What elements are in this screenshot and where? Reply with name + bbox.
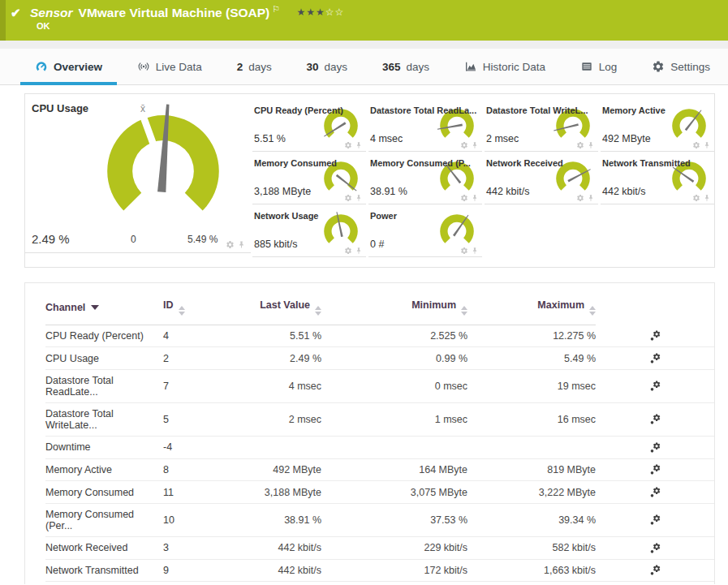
channel-settings-icon[interactable] bbox=[649, 414, 661, 425]
mini-gauge-value: 492 MByte bbox=[602, 133, 651, 144]
star-filled-icon[interactable]: ★ bbox=[316, 6, 325, 18]
gear-icon[interactable] bbox=[344, 141, 352, 149]
tab-label: Settings bbox=[670, 61, 710, 73]
star-empty-icon[interactable]: ☆ bbox=[325, 6, 335, 18]
cell-id: 5 bbox=[163, 402, 196, 436]
gear-icon[interactable] bbox=[576, 194, 584, 202]
table-row[interactable]: Datastore Total WriteLate... 5 2 msec 1 … bbox=[45, 402, 714, 436]
tab-days[interactable]: 2 days bbox=[222, 49, 286, 84]
mini-gauge-value: 885 kbit/s bbox=[254, 239, 298, 250]
tab-settings[interactable]: Settings bbox=[637, 49, 725, 84]
gear-icon[interactable] bbox=[226, 240, 235, 249]
main-gauge-tile: CPU Usage x̄ 2.49 % 0 5.49 % bbox=[25, 94, 251, 253]
table-row[interactable]: CPU Usage 2 2.49 % 0.99 % 5.49 % bbox=[45, 347, 714, 370]
cell-minimum bbox=[321, 436, 467, 458]
channel-settings-icon[interactable] bbox=[649, 514, 661, 526]
cell-maximum: 19 msec bbox=[467, 369, 596, 402]
table-row[interactable]: Network Transmitted 9 442 kbit/s 172 kbi… bbox=[45, 559, 714, 582]
star-filled-icon[interactable]: ★ bbox=[296, 6, 306, 18]
mini-gauge-tile: Network Usage 885 kbit/s bbox=[252, 204, 366, 257]
cell-minimum: 1 msec bbox=[321, 402, 467, 436]
cell-maximum: 39.34 % bbox=[467, 504, 596, 537]
cell-minimum: 0.99 % bbox=[321, 347, 467, 370]
cell-last-value: 3,188 MByte bbox=[196, 481, 321, 504]
cell-maximum: 819 MByte bbox=[467, 458, 596, 481]
channel-settings-icon[interactable] bbox=[649, 330, 661, 342]
channel-settings-icon[interactable] bbox=[649, 353, 661, 364]
pin-icon[interactable] bbox=[237, 240, 246, 249]
tab-log[interactable]: Log bbox=[566, 49, 632, 84]
gauge-icon bbox=[35, 60, 48, 73]
mini-gauge-label: Datastore Total WriteL... bbox=[486, 105, 588, 115]
gear-icon[interactable] bbox=[576, 141, 584, 149]
gear-icon[interactable] bbox=[460, 247, 468, 255]
cell-id: 10 bbox=[163, 504, 196, 537]
star-filled-icon[interactable]: ★ bbox=[306, 6, 316, 18]
tab-overview[interactable]: Overview bbox=[20, 49, 117, 84]
table-row[interactable]: Memory Active 8 492 MByte 164 MByte 819 … bbox=[45, 458, 714, 481]
pin-icon[interactable] bbox=[703, 194, 711, 202]
header-divider bbox=[0, 41, 728, 49]
tab-days[interactable]: 365 days bbox=[368, 49, 444, 84]
mini-gauge bbox=[436, 209, 478, 251]
average-marker: x̄ bbox=[140, 103, 145, 114]
mini-gauge-label: Power bbox=[370, 211, 397, 221]
gear-icon[interactable] bbox=[460, 194, 468, 202]
column-header-maximum[interactable]: Maximum bbox=[467, 291, 596, 325]
pin-icon[interactable] bbox=[703, 141, 711, 149]
gear-icon[interactable] bbox=[460, 141, 468, 149]
pin-icon[interactable] bbox=[587, 141, 595, 149]
cell-id: 9 bbox=[163, 559, 196, 582]
mini-gauge-tile: Network Transmitted 442 kbit/s bbox=[601, 152, 714, 204]
mini-gauge-grid: CPU Ready (Percent) 5.51 % Datastore Tot… bbox=[252, 99, 714, 257]
table-row[interactable]: Network Usage 6 885 kbit/s 401 kbit/s 2,… bbox=[45, 582, 714, 584]
sort-toggle-icon bbox=[315, 306, 321, 316]
pin-icon[interactable] bbox=[471, 194, 479, 202]
cell-channel: CPU Ready (Percent) bbox=[45, 325, 163, 347]
tab-days[interactable]: 30 days bbox=[292, 49, 363, 84]
gear-icon[interactable] bbox=[344, 247, 352, 255]
table-row[interactable]: Downtime -4 bbox=[45, 436, 714, 458]
flag-icon[interactable]: ⚐ bbox=[272, 4, 280, 14]
column-header-last-value[interactable]: Last Value bbox=[196, 291, 321, 325]
main-gauge-max: 5.49 % bbox=[187, 234, 218, 245]
pin-icon[interactable] bbox=[355, 194, 363, 202]
column-header-minimum[interactable]: Minimum bbox=[321, 291, 467, 325]
column-header-channel[interactable]: Channel bbox=[45, 291, 163, 325]
channel-settings-icon[interactable] bbox=[649, 381, 661, 392]
tab-label: Log bbox=[599, 61, 618, 73]
table-row[interactable]: Network Received 3 442 kbit/s 229 kbit/s… bbox=[45, 537, 714, 560]
table-row[interactable]: Datastore Total ReadLate... 7 4 msec 0 m… bbox=[45, 369, 714, 402]
pin-icon[interactable] bbox=[471, 141, 479, 149]
gear-icon[interactable] bbox=[692, 194, 700, 202]
table-row[interactable]: Memory Consumed (Per... 10 38.91 % 37.53… bbox=[45, 504, 714, 537]
mini-gauge-value: 0 # bbox=[370, 239, 384, 250]
cell-id: 4 bbox=[163, 325, 196, 347]
pin-icon[interactable] bbox=[355, 247, 363, 255]
pin-icon[interactable] bbox=[471, 247, 479, 255]
pin-icon[interactable] bbox=[587, 194, 595, 202]
cell-maximum: 3,222 MByte bbox=[467, 481, 596, 504]
table-row[interactable]: Memory Consumed 11 3,188 MByte 3,075 MBy… bbox=[45, 481, 714, 504]
priority-stars[interactable]: ★★★☆☆ bbox=[296, 6, 344, 18]
channel-settings-icon[interactable] bbox=[649, 487, 661, 498]
channel-settings-icon[interactable] bbox=[649, 543, 661, 554]
cell-channel: Network Received bbox=[45, 537, 163, 560]
main-gauge-min: 0 bbox=[131, 234, 136, 245]
tab-historic-data[interactable]: Historic Data bbox=[450, 49, 560, 84]
tab-live-data[interactable]: Live Data bbox=[123, 49, 217, 84]
channel-settings-icon[interactable] bbox=[649, 442, 661, 454]
mini-gauge-label: CPU Ready (Percent) bbox=[254, 105, 343, 115]
channel-settings-icon[interactable] bbox=[649, 464, 661, 475]
table-row[interactable]: CPU Ready (Percent) 4 5.51 % 2.525 % 12.… bbox=[45, 325, 714, 347]
sort-toggle-icon bbox=[179, 306, 185, 316]
mini-gauge-tile: Network Received 442 kbit/s bbox=[485, 152, 598, 204]
gear-icon[interactable] bbox=[692, 141, 700, 149]
sort-desc-icon bbox=[91, 305, 99, 310]
star-empty-icon[interactable]: ☆ bbox=[335, 6, 345, 18]
mini-gauge-value: 38.91 % bbox=[370, 186, 407, 197]
channel-settings-icon[interactable] bbox=[649, 565, 661, 576]
pin-icon[interactable] bbox=[355, 141, 363, 149]
column-header-id[interactable]: ID bbox=[163, 291, 196, 325]
gear-icon[interactable] bbox=[344, 194, 352, 202]
